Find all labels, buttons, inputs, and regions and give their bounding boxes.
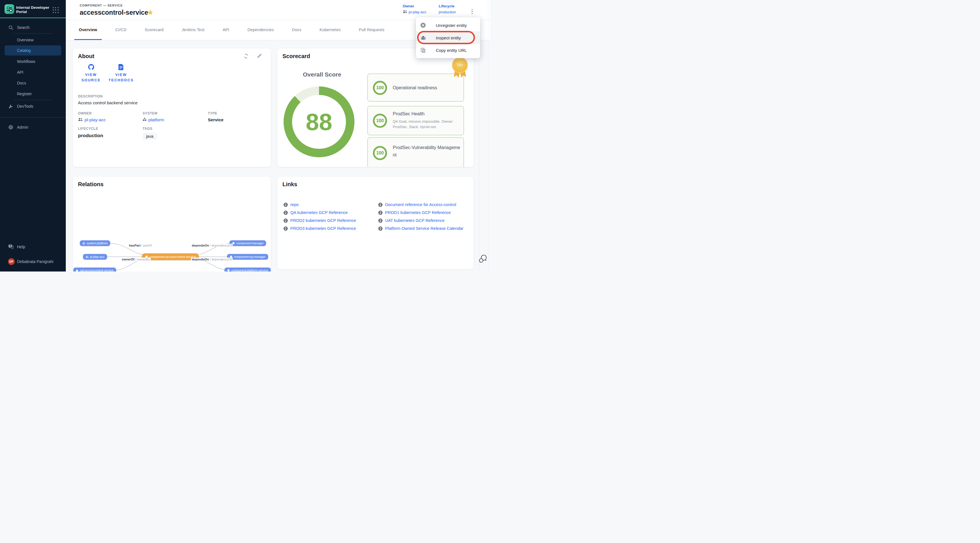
link-qa-kubernetes[interactable]: QA kubernetes GCP Reference	[283, 210, 348, 215]
app-title: Internal Developer Portal	[16, 5, 50, 14]
about-card-title: About	[78, 53, 94, 60]
apps-grid-icon[interactable]	[53, 7, 59, 13]
link-release-calendar[interactable]: Platform Owned Service Release Calendar	[378, 226, 463, 231]
overall-score-value: 88	[283, 86, 355, 157]
svg-text:?: ?	[10, 245, 11, 248]
menu-item-copy-entity-url[interactable]: Copy entity URL	[416, 44, 480, 56]
link-repo[interactable]: repo	[283, 202, 299, 207]
tab-kubernetes[interactable]: Kubernetes	[315, 20, 345, 40]
entity-more-menu-button[interactable]	[468, 7, 476, 16]
link-document-reference[interactable]: Document reference for Access-control	[378, 202, 456, 207]
globe-icon	[283, 219, 288, 223]
user-name: Debabrata Panigrahi	[17, 259, 53, 264]
menu-item-inspect-entity[interactable]: Inspect entity	[416, 32, 480, 44]
owner-link[interactable]: pl-play-acc	[409, 10, 426, 14]
scorecard-check-prodsec-health[interactable]: 100 ProdSec Health Q4 Goal, mission impo…	[368, 106, 464, 135]
tab-overview[interactable]: Overview	[74, 20, 102, 40]
tab-dependencies[interactable]: Dependencies	[243, 20, 278, 40]
tab-api[interactable]: API	[218, 20, 234, 40]
graph-node-component-platform-service[interactable]: component:platform-service	[224, 268, 271, 272]
graph-node-component-manager[interactable]: component:manager	[229, 240, 266, 246]
cancel-icon	[420, 22, 426, 28]
api-puzzle-icon	[76, 269, 79, 272]
overall-score-gauge: 88	[283, 86, 355, 157]
entity-context-menu: Unregister entity Inspect entity Copy en…	[416, 17, 480, 58]
sidebar-item-register[interactable]: Register	[0, 90, 66, 98]
graph-node-component-ng-manager[interactable]: component:ng-manager	[227, 254, 268, 260]
graph-node-api-accesscontrol-service[interactable]: api:accesscontrol-service	[73, 268, 116, 272]
sidebar-item-help[interactable]: ? Help	[0, 243, 66, 251]
graph-node-system-platform[interactable]: system:platform	[80, 240, 110, 246]
relations-graph[interactable]: system:platform pl-play-acc api:accessco…	[73, 232, 271, 272]
tab-pull-requests[interactable]: Pull Requests	[355, 20, 389, 40]
description-value: Access control backend service	[78, 100, 138, 105]
relations-card: Relations system:platform pl-play-acc ap…	[73, 176, 271, 272]
check-score-badge: 100	[373, 81, 387, 95]
page-title: accesscontrol-service	[80, 9, 148, 16]
owner-value[interactable]: pl-play-acc	[78, 117, 106, 122]
help-chat-icon: ?	[8, 244, 14, 250]
scorecard-check-prodsec-vulnerability[interactable]: 100 ProdSec-Vulnerability Management	[368, 137, 464, 167]
edge-label: dependsOn / dependencyOf	[191, 257, 232, 261]
sidebar-item-admin[interactable]: Admin	[0, 123, 66, 132]
tab-docs[interactable]: Docs	[288, 20, 306, 40]
link-prod1-kubernetes[interactable]: PROD1 kubernetes GCP Reference	[378, 210, 451, 215]
scrollbar-track[interactable]	[488, 0, 488, 272]
sidebar-item-overview[interactable]: Overview	[0, 36, 66, 44]
sidebar-item-catalog[interactable]: Catalog	[5, 45, 61, 56]
graph-node-pl-play-acc[interactable]: pl-play-acc	[83, 254, 107, 260]
tier-ribbon-badge: Tier	[452, 57, 468, 78]
tag-chip-java[interactable]: java	[143, 133, 157, 140]
links-card-title: Links	[282, 181, 297, 187]
sidebar-item-devtools[interactable]: DevTools	[0, 102, 66, 111]
sidebar-item-api[interactable]: API	[0, 68, 66, 76]
tier-badge-label: Tier	[452, 57, 468, 73]
globe-icon	[378, 203, 383, 207]
tab-cicd[interactable]: CI/CD	[111, 20, 131, 40]
edit-icon[interactable]	[257, 53, 263, 59]
system-label: SYSTEM	[143, 111, 158, 115]
copy-icon	[420, 47, 426, 53]
edge-label: ownerOf / ownedBy	[121, 257, 151, 261]
lifecycle-meta: Lifecycle production	[439, 4, 456, 14]
globe-icon	[378, 219, 383, 223]
tab-jenkins-test[interactable]: Jenkins Test	[177, 20, 209, 40]
globe-icon	[378, 226, 383, 231]
check-score-badge: 100	[373, 146, 387, 160]
description-label: DESCRIPTION	[78, 94, 103, 98]
content-edge-divider	[479, 41, 479, 272]
sidebar-item-docs[interactable]: Docs	[0, 79, 66, 87]
edge-label: hasPart / partOf	[128, 244, 153, 247]
scorecard-check-operational-readiness[interactable]: 100 Operational readiness	[368, 74, 464, 102]
refresh-icon[interactable]	[243, 53, 249, 59]
link-uat-kubernetes[interactable]: UAT kubernetes GCP Reference	[378, 218, 445, 223]
system-category-icon	[143, 117, 146, 122]
type-label: TYPE	[208, 111, 217, 115]
sidebar-divider	[14, 33, 52, 34]
docs-icon	[118, 66, 124, 71]
type-value: Service	[208, 117, 223, 122]
links-card: Links repo QA kubernetes GCP Reference P…	[277, 176, 474, 269]
tab-scorecard[interactable]: Scorecard	[140, 20, 168, 40]
relations-card-title: Relations	[78, 181, 103, 187]
sidebar-user[interactable]: DP Debabrata Panigrahi	[0, 257, 66, 266]
sidebar-item-workflows[interactable]: Workflows	[0, 57, 66, 66]
link-prod2-kubernetes[interactable]: PROD2 kubernetes GCP Reference	[283, 218, 356, 223]
view-techdocs-action[interactable]: VIEW TECHDOCS	[104, 64, 138, 83]
view-source-action[interactable]: VIEW SOURCE	[78, 64, 104, 83]
sidebar-item-search[interactable]: Search	[0, 23, 66, 32]
owner-label: OWNER	[78, 111, 92, 115]
check-score-badge: 100	[373, 114, 387, 128]
wrench-icon	[8, 103, 14, 109]
group-icon	[86, 256, 89, 258]
lifecycle-value: production	[78, 133, 103, 138]
system-value[interactable]: platform	[143, 117, 164, 122]
entity-kind-breadcrumb: COMPONENT — SERVICE	[80, 4, 123, 7]
favorite-star-icon[interactable]	[147, 10, 153, 17]
tags-label: TAGS	[143, 127, 152, 131]
feedback-chat-icon[interactable]	[478, 254, 488, 264]
link-prod3-kubernetes[interactable]: PROD3 kubernetes GCP Reference	[283, 226, 356, 231]
group-icon	[78, 117, 83, 122]
menu-item-unregister-entity[interactable]: Unregister entity	[416, 19, 480, 32]
edge-label: dependsOn / dependencyOf	[191, 244, 232, 247]
